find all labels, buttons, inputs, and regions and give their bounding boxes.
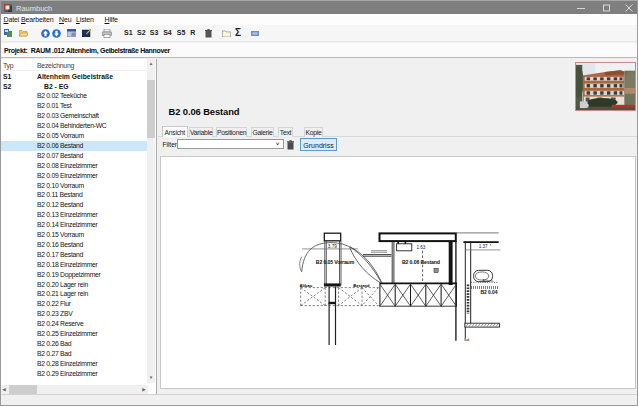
svg-text:B2 0.06 Bestand: B2 0.06 Bestand (402, 259, 440, 265)
svg-text:1.37: 1.37 (479, 244, 488, 249)
svg-text:B2 0.04: B2 0.04 (481, 289, 498, 295)
svg-text:B2 0.05 Vorraum: B2 0.05 Vorraum (316, 259, 355, 265)
svg-text:Bestand: Bestand (353, 283, 370, 288)
svg-text:bd: bd (464, 337, 469, 342)
svg-text:1.63: 1.63 (416, 245, 425, 250)
svg-text:Altbau: Altbau (300, 283, 313, 288)
